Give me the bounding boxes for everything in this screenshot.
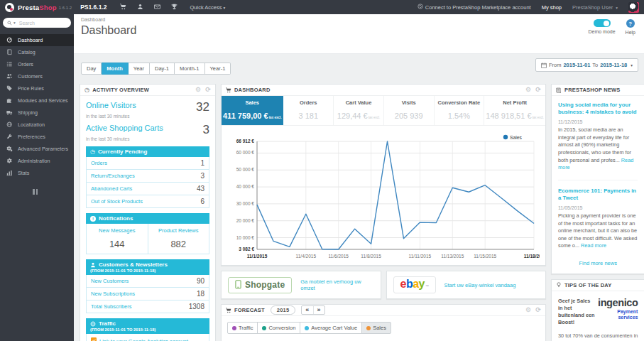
sidebar-item-modules-and-services[interactable]: Modules and Services bbox=[0, 94, 74, 107]
row-value: 1308 bbox=[189, 303, 204, 310]
notification-new-messages[interactable]: New Messages144 bbox=[86, 224, 148, 254]
kpi-sales[interactable]: Sales411 759,00 €tax excl. bbox=[222, 96, 283, 125]
sales-chart-area: 3 082 €10 000 €20 000 €30 000 €40 000 €5… bbox=[222, 126, 545, 265]
gear-icon[interactable]: ⚙ bbox=[195, 87, 201, 93]
sidebar-item-localization[interactable]: Localization bbox=[0, 119, 74, 131]
breadcrumb[interactable]: Dashboard bbox=[81, 17, 638, 22]
tip-headline: Geef je Sales in het buitenland een Boos… bbox=[558, 298, 595, 327]
ingenico-logo[interactable]: ingenico Payment services bbox=[598, 298, 638, 327]
notification-product-reviews[interactable]: Product Reviews882 bbox=[148, 224, 210, 254]
help-icon[interactable]: ? bbox=[626, 19, 635, 28]
online-visitors-link[interactable]: Online Visitors bbox=[86, 101, 136, 109]
range-button-day[interactable]: Day bbox=[81, 63, 102, 75]
quick-access-menu[interactable]: Quick Access▾ bbox=[190, 4, 226, 11]
cart-icon[interactable] bbox=[120, 4, 126, 11]
ebay-logo[interactable]: ebay™ bbox=[393, 276, 436, 293]
sidebar-search[interactable]: ▾ bbox=[3, 18, 71, 28]
gear-icon[interactable]: ⚙ bbox=[525, 307, 531, 313]
customers-row-total-subscribers[interactable]: Total Subscribers1308 bbox=[86, 301, 209, 313]
forecast-legend-conversion[interactable]: Conversion bbox=[257, 322, 300, 334]
forecast-year[interactable]: 2015 bbox=[271, 305, 296, 315]
globe-icon bbox=[90, 321, 96, 327]
kpi-value: 205 939 bbox=[386, 112, 432, 120]
sidebar-item-price-rules[interactable]: Price Rules bbox=[0, 82, 74, 94]
google-analytics-link[interactable]: Link to your Google Analytics account bbox=[86, 334, 209, 341]
pending-row-abandoned-carts[interactable]: Abandoned Carts43 bbox=[86, 183, 209, 195]
demo-mode-toggle[interactable] bbox=[594, 19, 611, 27]
chevron-down-icon[interactable]: ▾ bbox=[13, 21, 16, 25]
trophy-icon[interactable] bbox=[171, 4, 178, 11]
sidebar-item-advanced-parameters[interactable]: Advanced Parameters bbox=[0, 143, 74, 155]
refresh-icon[interactable]: ⟳ bbox=[205, 87, 211, 93]
kpi-visits[interactable]: Visits205 939 bbox=[384, 96, 435, 125]
svg-text:50 000 €: 50 000 € bbox=[236, 167, 255, 172]
currently-pending-section: ◷Currently Pending Orders1Return/Exchang… bbox=[86, 146, 209, 208]
shopgate-logo[interactable]: Shopgate bbox=[228, 277, 292, 293]
shop-name[interactable]: PS1.6.1.2 bbox=[80, 4, 107, 11]
sidebar-item-administration[interactable]: Administration bbox=[0, 155, 74, 167]
forecast-legend: TrafficConversionAverage Cart ValueSales bbox=[222, 316, 545, 341]
kpi-label: Conversion Rate bbox=[436, 99, 483, 106]
notification-label: New Messages bbox=[88, 227, 146, 234]
sidebar-item-preferences[interactable]: Preferences bbox=[0, 131, 74, 143]
kpi-cart-value[interactable]: Cart Value129,44 €tax excl. bbox=[334, 96, 384, 125]
pending-row-return-exchanges[interactable]: Return/Exchanges3 bbox=[86, 170, 209, 183]
ebay-link[interactable]: Start uw eBay-winkel vandaag bbox=[444, 282, 516, 288]
sidebar-item-customers[interactable]: Customers bbox=[0, 70, 74, 82]
pending-row-orders[interactable]: Orders1 bbox=[86, 157, 209, 170]
sidebar-item-catalog[interactable]: Catalog bbox=[0, 46, 74, 58]
range-button-day-1[interactable]: Day-1 bbox=[150, 63, 175, 75]
sidebar-item-stats[interactable]: Stats bbox=[0, 167, 74, 179]
cogs-icon bbox=[6, 146, 13, 152]
read-more-link[interactable]: Read more bbox=[581, 242, 606, 249]
shopgate-link[interactable]: Ga mobiel en verhoog uw omzet bbox=[300, 278, 373, 291]
my-shop-link[interactable]: My shop bbox=[542, 4, 562, 11]
envelope-icon[interactable] bbox=[154, 4, 160, 11]
previous-year-button[interactable]: « bbox=[302, 306, 312, 314]
traffic-section: Traffic (FROM 2015-11-01 TO 2015-11-18) … bbox=[86, 318, 209, 341]
sidebar-item-orders[interactable]: Orders bbox=[0, 58, 74, 70]
marketplace-connect-link[interactable]: Connect to PrestaShop Marketplace accoun… bbox=[417, 4, 531, 11]
sidebar-collapse-button[interactable] bbox=[33, 189, 74, 195]
ebay-letter: e bbox=[400, 278, 406, 291]
forecast-nav: « » bbox=[301, 305, 324, 315]
cart-icon bbox=[226, 87, 231, 93]
refresh-icon[interactable]: ⟳ bbox=[535, 307, 541, 313]
news-article-title[interactable]: Ecommerce 101: Payments in a Tweet bbox=[558, 188, 638, 202]
phone-icon bbox=[235, 280, 241, 291]
forecast-legend-sales[interactable]: Sales bbox=[361, 322, 391, 334]
panel-title: PRESTASHOP NEWS bbox=[564, 87, 621, 93]
range-button-year-1[interactable]: Year-1 bbox=[205, 63, 231, 75]
sidebar-item-dashboard[interactable]: Dashboard bbox=[0, 34, 74, 46]
kpi-orders[interactable]: Orders3 181 bbox=[283, 96, 334, 125]
range-button-month-1[interactable]: Month-1 bbox=[175, 63, 205, 75]
tips-of-the-day-panel: TIPS OF THE DAY Geef je Sales in het bui… bbox=[551, 279, 644, 341]
demo-mode-label: Demo mode bbox=[588, 29, 615, 34]
user-menu[interactable]: PrestaShop User ▾ bbox=[572, 4, 618, 11]
customers-row-new-subscriptions[interactable]: New Subscriptions18 bbox=[86, 288, 209, 301]
active-carts-link[interactable]: Active Shopping Carts bbox=[86, 124, 163, 132]
search-input[interactable] bbox=[19, 21, 67, 26]
range-button-month[interactable]: Month bbox=[102, 63, 129, 75]
forecast-legend-average-cart-value[interactable]: Average Cart Value bbox=[300, 322, 362, 334]
pending-row-out-of-stock-products[interactable]: Out of Stock Products6 bbox=[86, 195, 209, 208]
kpi-conversion-rate[interactable]: Conversion Rate1.54% bbox=[435, 96, 485, 125]
next-year-button[interactable]: » bbox=[313, 306, 324, 314]
svg-text:11/15/2015: 11/15/2015 bbox=[474, 254, 496, 259]
date-range-picker[interactable]: From2015-11-01 To2015-11-18 ▾ bbox=[535, 58, 638, 72]
gear-icon[interactable]: ⚙ bbox=[525, 87, 531, 93]
news-article-title[interactable]: Using social media for your business: 4 … bbox=[558, 102, 638, 116]
customers-row-new-customers[interactable]: New Customers90 bbox=[86, 275, 209, 288]
forecast-legend-traffic[interactable]: Traffic bbox=[227, 322, 258, 334]
legend-dot-icon bbox=[232, 326, 236, 330]
range-button-year[interactable]: Year bbox=[129, 63, 150, 75]
sidebar-item-shipping[interactable]: Shipping bbox=[0, 107, 74, 119]
read-more-link[interactable]: Read more bbox=[558, 157, 633, 171]
person-icon[interactable] bbox=[137, 4, 143, 11]
kpi-net-profit[interactable]: Net Profit148 918,51 €tax excl. bbox=[484, 96, 545, 125]
find-more-news-link[interactable]: Find more news bbox=[558, 260, 638, 266]
row-value: 6 bbox=[200, 197, 204, 205]
refresh-icon[interactable]: ⟳ bbox=[535, 87, 541, 93]
brand-wordmark[interactable]: PrestaShop bbox=[18, 4, 57, 11]
avatar[interactable] bbox=[628, 2, 639, 13]
